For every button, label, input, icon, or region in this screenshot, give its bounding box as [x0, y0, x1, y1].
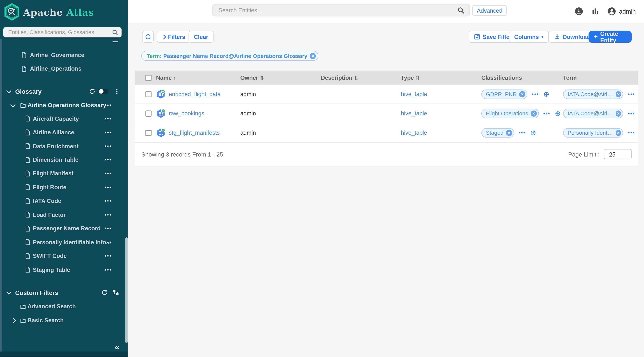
remove-classification-icon[interactable]: ×: [506, 130, 512, 136]
refresh-results-button[interactable]: [142, 31, 154, 43]
column-header-description[interactable]: Description⇅: [321, 74, 401, 81]
entity-type-link[interactable]: hive_table: [401, 129, 481, 136]
table-row[interactable]: raw_bookings admin hive_table Flight Ope…: [135, 104, 638, 123]
sidebar-item-advanced-search[interactable]: Advanced Search: [0, 301, 128, 312]
clear-button[interactable]: Clear: [188, 31, 214, 43]
advanced-search-button[interactable]: Advanced: [472, 6, 507, 16]
sidebar-item-airline-operations[interactable]: Airline_Operations: [0, 64, 128, 74]
sitemap-icon[interactable]: [112, 289, 119, 296]
glossary-section-label[interactable]: Glossary: [15, 88, 42, 95]
column-header-name[interactable]: Name↑: [156, 74, 240, 81]
refresh-icon[interactable]: [101, 289, 108, 296]
remove-filter-icon[interactable]: ×: [310, 53, 316, 59]
export-download-icon[interactable]: [575, 7, 583, 16]
term-menu-ellipsis[interactable]: •••: [105, 267, 112, 272]
custom-filters-label[interactable]: Custom Filters: [15, 289, 58, 296]
glossary-term-item[interactable]: Flight Manifest •••: [0, 166, 128, 180]
sidebar-item-basic-search[interactable]: Basic Search: [0, 315, 128, 326]
remove-term-icon[interactable]: ×: [616, 110, 621, 116]
sidebar-scrollbar-thumb[interactable]: [125, 238, 128, 343]
search-icon[interactable]: [458, 7, 464, 14]
glossary-menu-ellipsis[interactable]: •••: [105, 102, 112, 108]
page-limit-input[interactable]: [604, 149, 632, 159]
glossary-term-item[interactable]: Passenger Name Record •••: [0, 222, 128, 235]
term-menu-ellipsis[interactable]: •••: [105, 171, 112, 176]
glossary-term-item[interactable]: Airline Alliance •••: [0, 126, 128, 139]
term-menu-ellipsis[interactable]: •••: [105, 130, 112, 135]
add-classification-icon[interactable]: ⊕: [555, 110, 561, 117]
sort-icon[interactable]: ⇅: [260, 75, 264, 81]
term-menu-ellipsis[interactable]: •••: [105, 198, 112, 204]
row-checkbox[interactable]: [145, 110, 152, 116]
glossary-term-item[interactable]: Data Enrichment •••: [0, 139, 128, 153]
term-pill[interactable]: IATA Code@Airline ...×: [563, 109, 623, 118]
records-count-link[interactable]: 3 records: [166, 151, 191, 158]
kebab-menu-icon[interactable]: ⋮: [114, 88, 120, 94]
term-menu-ellipsis[interactable]: •••: [105, 157, 112, 163]
username-label[interactable]: admin: [619, 8, 636, 15]
add-classification-icon[interactable]: ⊕: [544, 90, 549, 98]
filters-button[interactable]: Filters: [157, 31, 191, 43]
glossary-term-item[interactable]: Personally Identifiable Info... •••: [0, 235, 128, 249]
stats-bar-chart-icon[interactable]: [592, 8, 599, 15]
table-row[interactable]: enriched_flight_data admin hive_table GD…: [135, 84, 638, 104]
glossary-term-item[interactable]: SWIFT Code •••: [0, 249, 128, 263]
term-menu-ellipsis[interactable]: •••: [105, 239, 112, 245]
refresh-icon[interactable]: [89, 88, 95, 94]
global-search-input[interactable]: [213, 7, 458, 14]
columns-button[interactable]: Columns ▾: [509, 31, 549, 43]
column-header-classifications[interactable]: Classifications: [481, 74, 563, 81]
chevron-down-icon[interactable]: [7, 89, 10, 93]
remove-term-icon[interactable]: ×: [616, 130, 621, 136]
glossary-term-item[interactable]: Staging Table •••: [0, 263, 128, 276]
column-header-type[interactable]: Type⇅: [401, 74, 481, 81]
sidebar-collapse-icon[interactable]: «: [114, 342, 120, 352]
row-checkbox[interactable]: [145, 91, 152, 97]
term-pill[interactable]: Personally Identifia...×: [563, 128, 623, 138]
glossary-term-item[interactable]: IATA Code •••: [0, 194, 128, 208]
entity-name-link[interactable]: stg_flight_manifests: [169, 129, 220, 136]
term-menu-ellipsis[interactable]: •••: [105, 226, 112, 232]
term-pill[interactable]: IATA Code@Airline ...×: [563, 89, 623, 99]
row-more-ellipsis[interactable]: •••: [628, 130, 635, 136]
term-menu-ellipsis[interactable]: •••: [105, 116, 112, 122]
classification-pill[interactable]: Staged×: [481, 128, 514, 138]
search-icon[interactable]: [112, 30, 118, 35]
term-menu-ellipsis[interactable]: •••: [105, 184, 112, 190]
remove-classification-icon[interactable]: ×: [530, 110, 537, 116]
glossary-term-item[interactable]: Load Factor •••: [0, 208, 128, 222]
chevron-down-icon[interactable]: [11, 103, 15, 107]
entity-type-link[interactable]: hive_table: [401, 91, 481, 97]
glossary-node[interactable]: Airline Operations Glossary •••: [0, 100, 128, 110]
table-row[interactable]: stg_flight_manifests admin hive_table St…: [135, 123, 638, 142]
sort-icon[interactable]: ⇅: [354, 75, 358, 81]
classification-more-ellipsis[interactable]: •••: [544, 110, 550, 116]
glossary-term-item[interactable]: Dimension Table •••: [0, 153, 128, 167]
classification-pill[interactable]: GDPR_PNR×: [481, 89, 527, 99]
row-more-ellipsis[interactable]: •••: [628, 91, 635, 97]
glossary-term-item[interactable]: Flight Route •••: [0, 180, 128, 194]
term-menu-ellipsis[interactable]: •••: [105, 143, 112, 149]
entity-name-link[interactable]: enriched_flight_data: [169, 91, 221, 97]
column-header-owner[interactable]: Owner⇅: [240, 74, 321, 81]
entity-name-link[interactable]: raw_bookings: [169, 110, 204, 117]
classification-pill[interactable]: Flight Operations×: [481, 109, 539, 118]
user-avatar-icon[interactable]: [608, 7, 616, 16]
row-more-ellipsis[interactable]: •••: [628, 110, 635, 116]
term-menu-ellipsis[interactable]: •••: [105, 253, 112, 259]
create-entity-button[interactable]: + Create Entity: [588, 31, 632, 43]
chevron-down-icon[interactable]: [7, 290, 10, 294]
sort-asc-icon[interactable]: ↑: [173, 75, 176, 81]
row-checkbox[interactable]: [145, 130, 152, 136]
sort-icon[interactable]: ⇅: [416, 75, 420, 81]
term-menu-ellipsis[interactable]: •••: [105, 212, 112, 218]
sidebar-item-airline-governance[interactable]: Airline_Governance: [0, 50, 128, 60]
remove-classification-icon[interactable]: ×: [519, 91, 525, 97]
classification-more-ellipsis[interactable]: •••: [532, 91, 539, 97]
sidebar-search-input[interactable]: [3, 29, 112, 35]
remove-term-icon[interactable]: ×: [616, 91, 621, 97]
app-logo[interactable]: Apache Atlas: [4, 3, 94, 21]
chevron-right-icon[interactable]: [12, 318, 15, 322]
entity-type-link[interactable]: hive_table: [401, 110, 481, 117]
column-header-term[interactable]: Term: [563, 74, 638, 81]
